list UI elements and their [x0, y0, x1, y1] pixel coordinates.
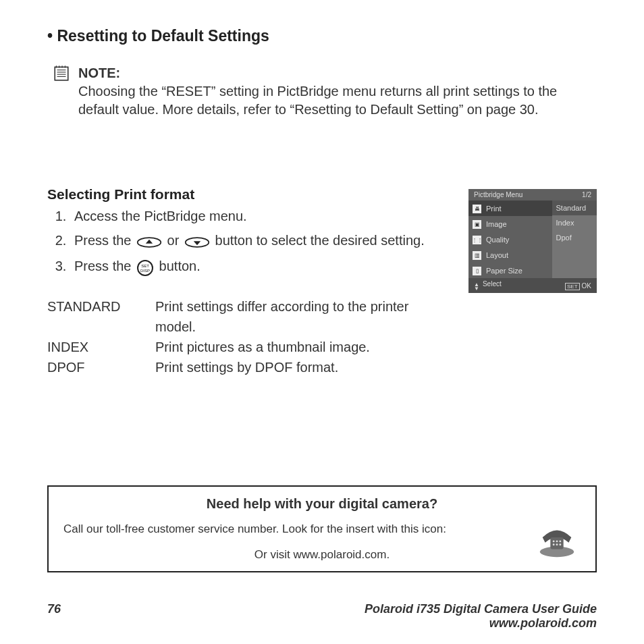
- def-row: DPOF Print settings by DPOF format.: [47, 357, 450, 377]
- down-button-icon: [184, 231, 210, 252]
- image-icon: ▣: [473, 220, 481, 229]
- quality-icon: ⋮⋮: [473, 236, 481, 244]
- svg-point-21: [553, 544, 555, 546]
- lcd-title: Pictbridge Menu: [474, 191, 522, 198]
- lcd-right-item: Standard: [552, 200, 597, 215]
- page-number: 76: [47, 602, 61, 616]
- layout-icon: ▥: [473, 251, 481, 260]
- def-term: STANDARD: [47, 296, 155, 337]
- svg-point-22: [556, 544, 558, 546]
- svg-point-13: [138, 261, 153, 275]
- print-icon: 🖶: [473, 205, 481, 213]
- section-heading: • Resetting to Default Settings: [47, 27, 597, 45]
- lcd-right-item: Dpof: [552, 230, 597, 245]
- lcd-right-item: Index: [552, 215, 597, 230]
- lcd-page: 1/2: [582, 191, 591, 198]
- set-icon: SET: [565, 283, 580, 290]
- page-footer: 76 Polaroid i735 Digital Camera User Gui…: [47, 602, 597, 630]
- svg-rect-17: [550, 538, 563, 549]
- step-1: Access the PictBridge menu.: [70, 205, 450, 227]
- svg-point-18: [553, 541, 555, 543]
- help-line1: Call our toll-free customer service numb…: [63, 522, 581, 536]
- notepad-icon: [53, 64, 70, 82]
- lcd-right-item: [552, 260, 597, 275]
- lcd-footer-left: ▲▼Select: [474, 280, 502, 291]
- note-block: NOTE: Choosing the “RESET” setting in Pi…: [53, 64, 597, 119]
- subheading: Selecting Print format: [47, 186, 450, 203]
- steps-list: Access the PictBridge menu. Press the or…: [47, 205, 450, 277]
- definitions-table: STANDARD Print settings differ according…: [47, 296, 450, 377]
- lcd-right-item: [552, 245, 597, 260]
- def-desc: Print settings differ according to the p…: [155, 296, 450, 337]
- def-desc: Print settings by DPOF format.: [155, 357, 338, 377]
- note-body: Choosing the “RESET” setting in PictBrid…: [78, 84, 557, 117]
- svg-point-20: [559, 541, 561, 543]
- help-title: Need help with your digital camera?: [63, 496, 581, 512]
- def-term: DPOF: [47, 357, 155, 377]
- set-disp-button-icon: SETDISP: [136, 256, 154, 277]
- svg-marker-12: [194, 242, 200, 246]
- updown-arrows-icon: ▲▼: [474, 283, 479, 291]
- footer-guide: Polaroid i735 Digital Camera User Guide: [365, 602, 597, 616]
- note-label: NOTE:: [78, 65, 120, 80]
- lcd-left-item: ⋮⋮Quality: [468, 232, 552, 247]
- up-button-icon: [136, 231, 162, 252]
- help-box: Need help with your digital camera? Call…: [47, 485, 597, 572]
- help-line2: Or visit www.polaroid.com.: [63, 548, 581, 562]
- step-3: Press the SETDISP button.: [70, 255, 450, 278]
- step-2: Press the or button to select the desire…: [70, 230, 450, 252]
- svg-marker-10: [146, 240, 153, 244]
- svg-text:SET: SET: [141, 264, 149, 268]
- lcd-left-item: ▥Layout: [468, 247, 552, 263]
- def-row: STANDARD Print settings differ according…: [47, 296, 450, 337]
- def-row: INDEX Print pictures as a thumbnail imag…: [47, 337, 450, 357]
- def-term: INDEX: [47, 337, 155, 357]
- svg-point-23: [559, 544, 561, 546]
- paper-size-icon: ▯: [473, 267, 481, 275]
- def-desc: Print pictures as a thumbnail image.: [155, 337, 370, 357]
- lcd-left-item: ▯Paper Size: [468, 263, 552, 278]
- svg-rect-0: [55, 67, 68, 80]
- svg-text:DISP: DISP: [140, 269, 150, 273]
- svg-point-19: [556, 541, 558, 543]
- camera-lcd-menu: Pictbridge Menu 1/2 🖶Print ▣Image ⋮⋮Qual…: [468, 189, 597, 293]
- lcd-left-item: 🖶Print: [468, 200, 552, 216]
- lcd-footer-right: SETOK: [565, 282, 591, 290]
- footer-url: www.polaroid.com: [365, 616, 597, 630]
- lcd-left-item: ▣Image: [468, 216, 552, 232]
- telephone-icon: [536, 518, 578, 560]
